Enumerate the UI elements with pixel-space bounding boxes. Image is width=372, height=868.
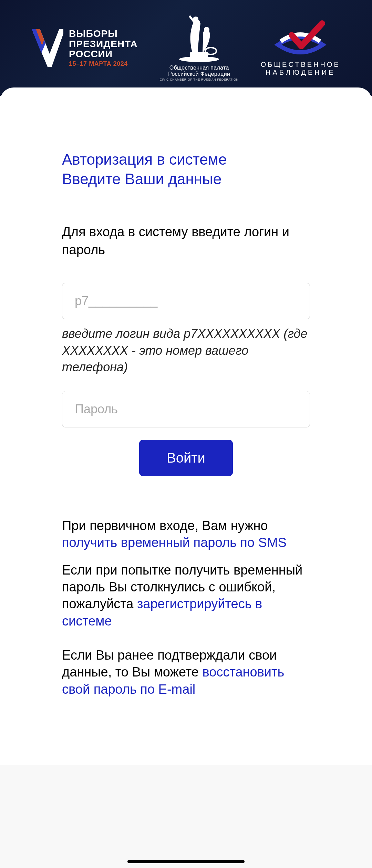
obs-line1: ОБЩЕСТВЕННОЕ xyxy=(261,61,340,69)
logo-v-icon xyxy=(32,29,63,67)
help-first-login: При первичном входе, Вам нужно получить … xyxy=(62,517,310,551)
logo-elections: ВЫБОРЫ ПРЕЗИДЕНТА РОССИИ 15–17 МАРТА 202… xyxy=(32,29,138,67)
app-header: ВЫБОРЫ ПРЕЗИДЕНТА РОССИИ 15–17 МАРТА 202… xyxy=(0,0,372,96)
login-hint: введите логин вида p7XXXXXXXXXX (где XXX… xyxy=(62,326,310,376)
logo-text-line1: ВЫБОРЫ xyxy=(69,29,138,39)
monument-icon xyxy=(175,14,223,63)
logo-civic-chamber: Общественная палата Российской Федерации… xyxy=(160,14,239,81)
civic-line2: Российской Федерации xyxy=(160,71,239,77)
login-input[interactable] xyxy=(62,283,310,319)
footer-spacer xyxy=(0,765,372,868)
title-line1: Авторизация в системе xyxy=(62,151,227,168)
title-line2: Введите Ваши данные xyxy=(62,170,221,187)
page-title: Авторизация в системе Введите Ваши данны… xyxy=(62,149,310,189)
check-swoosh-icon xyxy=(271,19,330,57)
password-input[interactable] xyxy=(62,391,310,427)
svg-point-6 xyxy=(204,27,209,32)
home-indicator xyxy=(127,860,245,863)
page-subtitle: Для входа в систему введите логин и паро… xyxy=(62,223,310,259)
logo-text-line3: РОССИИ xyxy=(69,49,138,59)
svg-point-7 xyxy=(205,48,216,54)
civic-line1: Общественная палата xyxy=(160,65,239,71)
help-restore: Если Вы ранее подтверждали свои данные, … xyxy=(62,647,310,698)
main-content: Авторизация в системе Введите Ваши данны… xyxy=(0,87,372,765)
login-button[interactable]: Войти xyxy=(139,440,233,476)
help-register: Если при попытке получить временный паро… xyxy=(62,562,310,630)
help-p1-text: При первичном входе, Вам нужно xyxy=(62,518,268,533)
link-sms-password[interactable]: получить временный пароль по SMS xyxy=(62,535,287,550)
civic-line3: CIVIC CHAMBER OF THE RUSSIAN FEDERATION xyxy=(160,78,239,81)
obs-line2: НАБЛЮДЕНИЕ xyxy=(261,69,340,76)
logo-observation: ОБЩЕСТВЕННОЕ НАБЛЮДЕНИЕ xyxy=(261,19,340,76)
logo-text-line2: ПРЕЗИДЕНТА xyxy=(69,39,138,49)
logo-text-date: 15–17 МАРТА 2024 xyxy=(69,61,138,67)
svg-point-5 xyxy=(193,17,198,22)
